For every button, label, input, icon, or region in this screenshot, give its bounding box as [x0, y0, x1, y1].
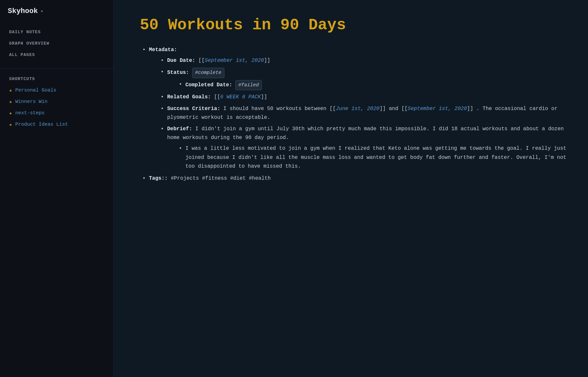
- tags-label: Tags::: [149, 175, 168, 181]
- chevron-down-icon: ▾: [40, 8, 43, 14]
- sidebar-item-graph-overview[interactable]: GRAPH OVERVIEW: [0, 38, 114, 49]
- related-goals-brackets-close: ]]: [261, 94, 267, 100]
- shortcut-winners-win[interactable]: ★ Winners Win: [0, 96, 114, 107]
- metadata-label: Metadata:: [149, 47, 177, 53]
- related-goals-brackets-open: [[: [214, 94, 220, 100]
- debrief-item: Debrief: I didn't join a gym until July …: [158, 125, 568, 171]
- star-icon: ★: [9, 87, 12, 93]
- tags-text: #Projects #fitness #diet #health: [171, 175, 271, 181]
- success-criteria-item: Success Criteria: I should have 50 worko…: [158, 105, 568, 122]
- sidebar-item-daily-notes[interactable]: DAILY NOTES: [0, 26, 114, 38]
- star-icon: ★: [9, 110, 12, 116]
- shortcut-label-product-ideas-list: Product Ideas List: [15, 122, 68, 127]
- shortcuts-label: SHORTCUTS: [0, 71, 114, 85]
- shortcut-personal-goals[interactable]: ★ Personal Goals: [0, 85, 114, 96]
- debrief-label: Debrief:: [167, 126, 192, 132]
- due-date-brackets-close: ]]: [264, 58, 270, 63]
- link-close-1: ]]: [380, 106, 386, 112]
- status-tag[interactable]: #complete: [192, 68, 224, 78]
- shortcut-label-next-steps: next-steps: [15, 110, 45, 116]
- sidebar-nav: DAILY NOTES GRAPH OVERVIEW ALL PAGES: [0, 21, 114, 66]
- shortcut-product-ideas-list[interactable]: ★ Product Ideas List: [0, 119, 114, 130]
- status-item: Status: #complete Completed Date: #faile…: [158, 68, 568, 90]
- success-criteria-link2[interactable]: September 1st, 2020: [408, 106, 467, 112]
- sidebar-divider: [0, 68, 114, 69]
- sidebar-item-all-pages[interactable]: ALL PAGES: [0, 49, 114, 61]
- tags-item: Tags:: #Projects #fitness #diet #health: [140, 174, 568, 183]
- success-criteria-link1[interactable]: June 1st, 2020: [336, 106, 380, 112]
- shortcut-label-winners-win: Winners Win: [15, 99, 47, 105]
- success-criteria-label: Success Criteria:: [167, 106, 220, 112]
- metadata-item: Metadata: Due Date: [[September 1st, 202…: [140, 46, 568, 171]
- debrief-sub-item: I was a little less motivated to join a …: [176, 144, 568, 171]
- shortcut-next-steps[interactable]: ★ next-steps: [0, 107, 114, 119]
- completed-date-label: Completed Date:: [185, 82, 232, 88]
- star-icon: ★: [9, 99, 12, 105]
- related-goals-item: Related Goals: [[6 WEEK 6 PACK]]: [158, 93, 568, 102]
- status-nested-list: Completed Date: #failed: [167, 80, 568, 91]
- due-date-label: Due Date:: [167, 58, 195, 63]
- success-criteria-text: I should have 50 workouts between: [223, 106, 329, 112]
- sidebar-header[interactable]: Skyhook ▾: [0, 0, 114, 21]
- success-criteria-mid: and: [389, 106, 401, 112]
- due-date-brackets-open: [[: [198, 58, 205, 63]
- link-open-1: [[: [329, 106, 336, 112]
- link-open-2: [[: [401, 106, 408, 112]
- main-content: 50 Workouts in 90 Days Metadata: Due Dat…: [114, 0, 588, 377]
- sidebar: Skyhook ▾ DAILY NOTES GRAPH OVERVIEW ALL…: [0, 0, 114, 377]
- page-title: 50 Workouts in 90 Days: [140, 16, 568, 34]
- shortcut-label-personal-goals: Personal Goals: [15, 88, 56, 93]
- debrief-sub-text: I was a little less motivated to join a …: [185, 146, 566, 169]
- main-bullet-list: Metadata: Due Date: [[September 1st, 202…: [140, 46, 568, 183]
- completed-date-item: Completed Date: #failed: [176, 80, 568, 91]
- metadata-nested-list: Due Date: [[September 1st, 2020]] Status…: [149, 56, 568, 171]
- due-date-item: Due Date: [[September 1st, 2020]]: [158, 56, 568, 65]
- debrief-text: I didn't join a gym until July 30th whic…: [167, 126, 564, 141]
- debrief-nested-list: I was a little less motivated to join a …: [167, 144, 568, 171]
- star-icon: ★: [9, 121, 12, 128]
- related-goals-label: Related Goals:: [167, 94, 211, 100]
- status-label: Status:: [167, 70, 189, 76]
- related-goals-link[interactable]: 6 WEEK 6 PACK: [220, 94, 261, 100]
- link-close-2: ]]: [467, 106, 473, 112]
- completed-date-tag[interactable]: #failed: [235, 80, 262, 91]
- content-body: Metadata: Due Date: [[September 1st, 202…: [140, 46, 568, 183]
- due-date-link[interactable]: September 1st, 2020: [205, 58, 264, 63]
- app-title: Skyhook: [8, 7, 38, 15]
